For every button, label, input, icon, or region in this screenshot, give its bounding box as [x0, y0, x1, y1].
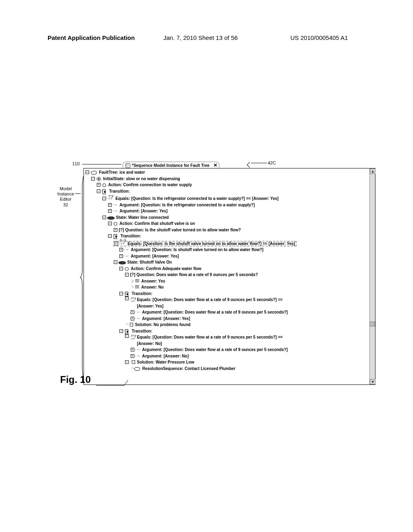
tree-node-argument[interactable]: +·↔ Argument: [Answer: Yes]: [86, 208, 369, 214]
tree-node-transition[interactable]: −· Transition:: [86, 291, 369, 297]
tree-node-faulttree[interactable]: −· FaultTree: ice and water: [86, 169, 369, 176]
collapse-toggle[interactable]: −: [119, 292, 123, 295]
node-label: State: Shutoff Valve On: [127, 260, 172, 264]
tree-node-argument[interactable]: +·↔ Argument: [Answer: No]: [86, 353, 369, 360]
node-label: Transition:: [132, 329, 152, 333]
tree-node-answer[interactable]: ├· Answer: Yes: [86, 278, 369, 285]
answer-icon: [135, 285, 139, 289]
tree-node-equals[interactable]: −·x=y=? Equals: [Question: Does water fl…: [86, 297, 369, 309]
node-label: Equals: [Question: Is the shutoff valve …: [127, 241, 295, 246]
node-label: Transition:: [132, 291, 152, 296]
expand-toggle[interactable]: +: [114, 228, 117, 232]
collapse-toggle[interactable]: −: [119, 267, 123, 270]
node-label: Action: Confirm Adequate water flow: [131, 266, 201, 271]
tree-node-argument[interactable]: +·↔ Argument: [Question: Is the refriger…: [86, 202, 369, 208]
collapse-toggle[interactable]: −: [86, 170, 89, 174]
expand-toggle[interactable]: +: [108, 209, 112, 213]
tree-node-state[interactable]: −· State: Water line connected: [86, 214, 369, 221]
argument-icon: ↔: [114, 208, 118, 214]
editor-tab[interactable]: *Sequence Model Instance for Fault Tree …: [123, 162, 219, 168]
resolution-icon: [134, 367, 140, 371]
collapse-toggle[interactable]: −: [108, 234, 112, 238]
collapse-toggle[interactable]: −: [119, 329, 123, 333]
tree-node-question[interactable]: −·[?] Question: Does water flow at a rat…: [86, 272, 369, 278]
tab-close-icon[interactable]: ✕: [213, 162, 217, 168]
expand-toggle[interactable]: +: [108, 203, 112, 207]
node-label-line2: [Answer: Yes]: [137, 304, 163, 308]
expand-toggle[interactable]: +: [131, 310, 134, 314]
collapse-toggle[interactable]: −: [125, 334, 129, 338]
collapse-toggle[interactable]: −: [91, 177, 95, 181]
expand-toggle[interactable]: +: [97, 183, 100, 187]
tree-node-action[interactable]: −· Action: Confirm Adequate water flow: [86, 266, 369, 272]
tree-node-initialstate[interactable]: −· InitialState: slow or no water dispen…: [86, 176, 369, 182]
node-label-line1: Equals: [Question: Does water flow at a …: [137, 297, 282, 302]
action-icon: [114, 222, 117, 226]
expand-toggle[interactable]: +: [131, 354, 134, 358]
node-label: Argument: [Answer: No]: [142, 354, 189, 358]
equals-icon: x=y=?: [108, 194, 114, 200]
tree-node-solution[interactable]: −· Solution: Water Pressure Low: [86, 359, 369, 366]
collapse-toggle[interactable]: −: [102, 216, 106, 219]
node-label: Equals: [Question: Is the refrigerator c…: [115, 196, 278, 201]
tree-node-answer[interactable]: └· Answer: No: [86, 284, 369, 291]
collapse-toggle[interactable]: −: [108, 222, 112, 225]
tree-node-state[interactable]: −· State: Shutoff Valve On: [86, 259, 369, 266]
figure-caption: Fig. 10: [60, 374, 91, 385]
tree-node-equals[interactable]: −·x=y=? Equals: [Question: Does water fl…: [86, 334, 369, 347]
tree-node-action[interactable]: +· Action: Confirm connection to water s…: [86, 182, 369, 188]
tree-node-argument[interactable]: +·↔ Argument: [Question: Does water flow…: [86, 347, 369, 353]
vertical-scrollbar[interactable]: ▴ ▾: [369, 168, 375, 384]
solution-icon: [129, 322, 133, 326]
callout-110: 110: [72, 161, 79, 166]
transition-icon: [125, 292, 129, 296]
collapse-toggle[interactable]: −: [125, 360, 129, 364]
collapse-toggle[interactable]: −: [97, 189, 100, 193]
tree-node-transition[interactable]: −· Transition:: [86, 233, 369, 239]
mei-leader: [75, 193, 81, 194]
collapse-toggle[interactable]: −: [125, 297, 129, 300]
tree-node-solution[interactable]: └· Solution: No problems found: [86, 322, 369, 328]
expand-toggle[interactable]: +: [119, 254, 123, 258]
collapse-toggle[interactable]: −: [125, 273, 129, 276]
node-label: Argument: [Question: Does water flow at …: [142, 310, 288, 314]
action-icon: [102, 183, 106, 187]
node-label: Argument: [Answer: Yes]: [131, 254, 179, 258]
tree-node-equals[interactable]: −·x=y=? Equals: [Question: Is the refrig…: [86, 194, 369, 202]
transition-icon: [102, 189, 107, 193]
tree-node-transition[interactable]: −· Transition:: [86, 328, 369, 335]
node-label-line1: Equals: [Question: Does water flow at a …: [137, 335, 282, 339]
answer-icon: [135, 279, 139, 283]
tree-node-argument[interactable]: +·↔ Argument: [Answer: Yes]: [86, 253, 369, 260]
node-label: Action: Confirm connection to water supp…: [108, 183, 192, 187]
expand-toggle[interactable]: +: [119, 248, 123, 251]
tree-node-argument[interactable]: +·↔ Argument: [Answer: Yes]: [86, 316, 369, 322]
callout-42c-leader: [251, 163, 267, 163]
expand-toggle[interactable]: +: [131, 348, 134, 351]
scroll-handle[interactable]: [369, 322, 375, 326]
scroll-up-button[interactable]: ▴: [370, 168, 375, 174]
expand-toggle[interactable]: +: [131, 317, 134, 320]
collapse-toggle[interactable]: −: [114, 260, 117, 264]
node-label: Solution: Water Pressure Low: [137, 360, 194, 364]
collapse-toggle[interactable]: −: [115, 242, 118, 245]
equals-icon: x=y=?: [131, 334, 136, 347]
tree-node-argument[interactable]: +·↔ Argument: [Question: Does water flow…: [86, 309, 369, 316]
tree-node-question[interactable]: +·[?] Question: Is the shutoff valve tur…: [86, 227, 369, 233]
collapse-toggle[interactable]: −: [102, 197, 106, 200]
scroll-down-button[interactable]: ▾: [370, 379, 375, 384]
tree-node-equals-selected[interactable]: −·x=y=? Equals: [Question: Is the shutof…: [86, 239, 369, 247]
node-label: FaultTree: ice and water: [99, 170, 145, 175]
tree-node-action[interactable]: −· Action: Confirm that shutoff valve is…: [86, 220, 369, 227]
argument-icon: ↔: [137, 310, 140, 315]
faulttree-icon: [91, 171, 97, 175]
argument-icon: ↔: [125, 254, 129, 259]
equals-icon: x=y=?: [121, 239, 126, 245]
tree-node-argument[interactable]: +·↔ Argument: [Question: Is shutoff valv…: [86, 247, 369, 253]
tree-node-transition[interactable]: −· Transition:: [86, 188, 369, 195]
node-label-line2: [Answer: No]: [137, 341, 162, 346]
node-label: State: Water line connected: [116, 215, 169, 220]
question-icon: [?]: [130, 272, 136, 277]
tree-node-resolution[interactable]: └· ResolutionSequence: Contact Licensed …: [86, 366, 369, 372]
figure-leader: [96, 380, 128, 386]
